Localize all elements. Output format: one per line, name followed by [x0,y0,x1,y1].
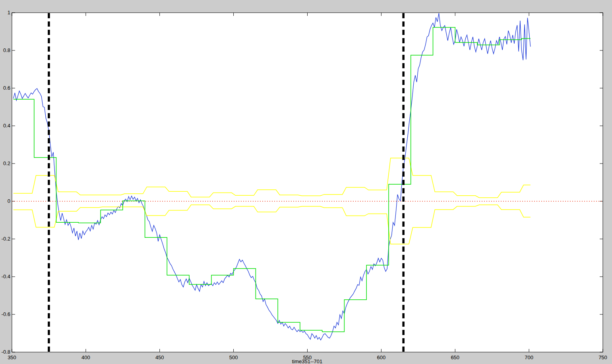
y-tick-label: 1 [8,10,10,15]
y-tick-label: 0.2 [3,160,10,166]
x-tick-label: 500 [229,354,238,360]
x-tick-label: 700 [525,354,533,360]
y-tick-label: 0.8 [3,47,10,53]
y-tick-label: 0.6 [3,85,10,91]
x-tick-label: 350 [8,354,16,360]
x-tick-label: 650 [451,354,459,360]
x-axis-label: time351--701 [292,358,323,364]
y-tick-label: -0.8 [2,349,10,355]
chart-plot-area: 35040045050055060065070075010.80.60.40.2… [0,0,612,364]
x-tick-label: 600 [377,354,386,360]
y-tick-label: -0.4 [2,273,10,279]
y-tick-label: -0.6 [2,311,10,317]
axes-background [12,13,603,352]
x-tick-label: 750 [598,354,607,360]
x-tick-label: 400 [81,354,90,360]
y-tick-label: 0.4 [3,123,10,129]
matlab-figure-window: 35040045050055060065070075010.80.60.40.2… [0,0,612,364]
x-tick-label: 450 [155,354,164,360]
y-tick-label: -0.2 [2,236,10,242]
y-tick-label: 0 [8,198,10,204]
